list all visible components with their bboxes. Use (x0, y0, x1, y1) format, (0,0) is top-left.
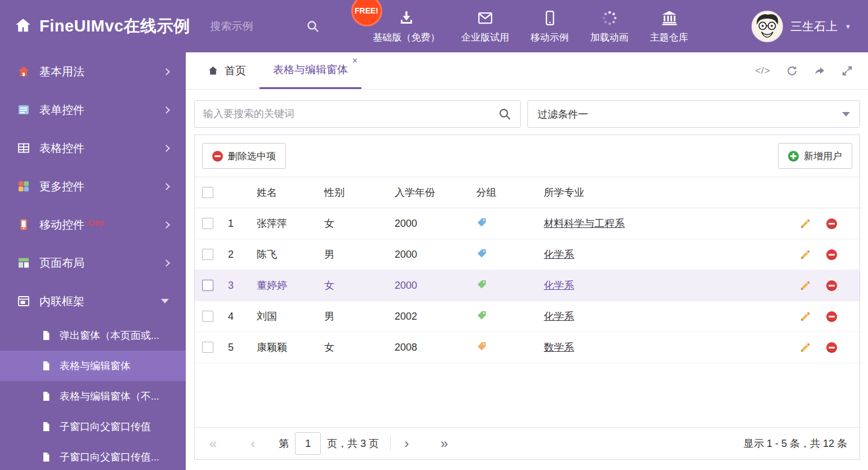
sidebar-item-grid-controls[interactable]: 表格控件 (0, 129, 186, 167)
row-checkbox[interactable] (202, 311, 213, 322)
cell-name: 张萍萍 (241, 217, 308, 230)
tab-home[interactable]: 首页 (194, 52, 259, 89)
nav-basic-edition[interactable]: FREE! 基础版（免费） (363, 9, 451, 44)
tab-tools: </> (755, 52, 868, 89)
add-user-button[interactable]: 新增用户 (778, 143, 852, 169)
major-link[interactable]: 化学系 (544, 311, 574, 322)
delete-row-icon[interactable] (826, 280, 837, 291)
last-page-button[interactable]: » (438, 437, 450, 450)
delete-row-icon[interactable] (826, 218, 837, 229)
forward-icon[interactable] (813, 65, 826, 77)
search-icon[interactable] (498, 108, 512, 121)
table-row: 2 陈飞 男 2000 化学系 (195, 239, 860, 270)
grid-toolbar: 删除选中项 新增用户 (195, 135, 860, 177)
delete-selected-button[interactable]: 删除选中项 (202, 143, 286, 169)
cell-gender: 男 (308, 310, 379, 323)
cell-gender: 女 (308, 341, 379, 354)
row-number: 2 (221, 249, 241, 261)
cell-year: 2000 (379, 280, 460, 292)
nav-label: 移动示例 (531, 31, 569, 44)
delete-row-icon[interactable] (826, 249, 837, 260)
nav-mobile-demo[interactable]: 移动示例 (520, 9, 580, 44)
page-number-input[interactable] (295, 432, 321, 455)
chevron-down-icon (842, 112, 850, 117)
sidebar-item-basic-usage[interactable]: 基本用法 (0, 52, 186, 91)
filter-dropdown[interactable]: 过滤条件一 (527, 100, 860, 128)
sidebar-item-iframe[interactable]: 内联框架 (0, 282, 186, 320)
chevron-right-icon (163, 68, 170, 75)
more-widgets-icon (17, 180, 30, 193)
source-code-icon[interactable]: </> (755, 65, 771, 77)
tag-icon (460, 279, 528, 293)
edit-icon[interactable] (799, 280, 811, 292)
first-page-button[interactable]: « (207, 437, 219, 450)
nav-theme-store[interactable]: 主题仓库 (639, 9, 699, 44)
sidebar-subitem-grid-edit-window[interactable]: 表格与编辑窗体 (0, 351, 186, 381)
table-row: 3 董婷婷 女 2000 化学系 (195, 270, 860, 301)
mobile-icon (542, 9, 558, 27)
user-menu[interactable]: 三生石上 ▼ (751, 11, 868, 42)
sidebar-item-more-controls[interactable]: 更多控件 (0, 167, 186, 205)
home-icon (207, 65, 219, 77)
corp-badge: Corp. (88, 218, 106, 227)
chevron-right-icon (163, 183, 170, 190)
table-row: 5 康颖颖 女 2008 数学系 (195, 332, 860, 363)
grid-search-input[interactable] (203, 108, 498, 120)
edit-icon[interactable] (799, 311, 811, 323)
mobile-widgets-icon (17, 218, 30, 231)
major-link[interactable]: 化学系 (544, 280, 574, 291)
delete-row-icon[interactable] (826, 311, 837, 322)
refresh-icon[interactable] (786, 65, 798, 77)
edit-icon[interactable] (799, 342, 811, 353)
cell-year: 2000 (379, 218, 460, 230)
divider (390, 436, 391, 451)
select-all-checkbox[interactable] (202, 187, 213, 198)
button-label: 新增用户 (804, 150, 842, 163)
sidebar-item-form-controls[interactable]: 表单控件 (0, 91, 186, 129)
nav-enterprise-trial[interactable]: 企业版试用 (451, 9, 520, 44)
sidebar-item-mobile-controls[interactable]: 移动控件Corp. (0, 205, 186, 244)
row-checkbox[interactable] (202, 342, 213, 353)
major-link[interactable]: 材料科学与工程系 (544, 218, 625, 229)
sidebar-subitem-child-to-parent[interactable]: 子窗口向父窗口传值 (0, 411, 186, 442)
edit-icon[interactable] (799, 249, 811, 261)
record-summary: 显示 1 - 5 条，共 12 条 (744, 437, 847, 450)
sidebar-item-label: 内联框架 (39, 294, 161, 309)
edit-icon[interactable] (799, 218, 811, 230)
column-header-year[interactable]: 入学年份 (379, 186, 460, 199)
download-icon (398, 9, 415, 27)
file-icon (41, 421, 52, 432)
major-link[interactable]: 化学系 (544, 249, 574, 260)
major-link[interactable]: 数学系 (544, 342, 574, 353)
brand[interactable]: FineUIMvc在线示例 (0, 15, 190, 38)
tab-grid-edit-window[interactable]: 表格与编辑窗体 × (259, 52, 361, 89)
row-checkbox[interactable] (202, 249, 213, 260)
filter-bar: 过滤条件一 (186, 89, 868, 128)
home-logo-icon (15, 17, 32, 36)
sidebar-item-label: 表单控件 (39, 102, 164, 118)
sidebar-item-label: 基本用法 (39, 64, 164, 79)
sidebar-subitem-label: 弹出窗体（本页面或... (60, 329, 159, 342)
app-title: FineUIMvc在线示例 (39, 15, 190, 38)
column-header-group[interactable]: 分组 (460, 186, 528, 199)
sidebar-item-label: 移动控件Corp. (39, 217, 164, 232)
chevron-right-icon (163, 221, 170, 229)
next-page-button[interactable]: › (402, 437, 411, 450)
column-header-major[interactable]: 所学专业 (528, 186, 786, 199)
sidebar-subitem-grid-edit-window-2[interactable]: 表格与编辑窗体（不... (0, 381, 186, 411)
fullscreen-icon[interactable] (841, 65, 853, 77)
prev-page-button[interactable]: ‹ (248, 437, 257, 450)
sidebar-item-label: 页面布局 (39, 256, 164, 271)
column-header-name[interactable]: 姓名 (241, 186, 308, 199)
global-search-input[interactable] (211, 20, 305, 33)
row-checkbox[interactable] (202, 218, 213, 229)
sidebar-subitem-child-to-parent-2[interactable]: 子窗口向父窗口传值... (0, 442, 186, 470)
sidebar-item-page-layout[interactable]: 页面布局 (0, 244, 186, 282)
close-icon[interactable]: × (352, 56, 357, 65)
search-icon[interactable] (306, 20, 320, 33)
row-checkbox[interactable] (202, 280, 213, 291)
sidebar-subitem-popup-window[interactable]: 弹出窗体（本页面或... (0, 320, 186, 351)
delete-row-icon[interactable] (826, 342, 837, 353)
nav-loading-animation[interactable]: 加载动画 (580, 9, 639, 44)
column-header-gender[interactable]: 性别 (308, 186, 379, 199)
